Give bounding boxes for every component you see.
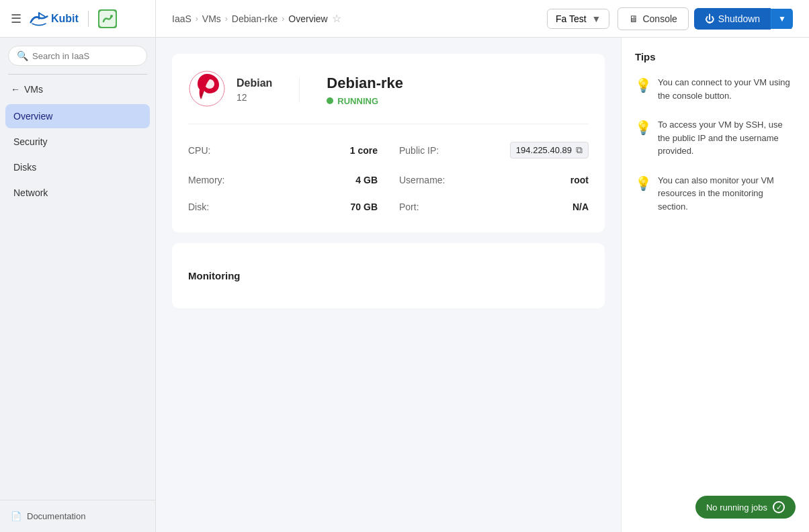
chevron-down-icon: ▼ [592, 13, 601, 24]
tip-text-2: You can also monitor your VM resources i… [658, 174, 796, 214]
logo-area: Kubit [30, 9, 117, 28]
topbar: IaaS › VMs › Debian-rke › Overview ☆ Fa … [156, 0, 809, 38]
sidebar-nav: Overview Security Disks Network [0, 101, 155, 209]
back-to-vms[interactable]: ← VMs [0, 77, 155, 101]
tips-panel: Tips 💡 You can connect to your VM using … [621, 38, 809, 532]
shutdown-button-group: ⏻ Shutdown ▼ [694, 8, 793, 30]
doc-icon: 📄 [11, 511, 22, 521]
search-box[interactable]: 🔍 [8, 46, 147, 66]
tip-lightbulb-icon-1: 💡 [635, 120, 651, 136]
shutdown-label: Shutdown [718, 13, 760, 24]
tip-lightbulb-icon-0: 💡 [635, 77, 651, 93]
shutdown-dropdown-button[interactable]: ▼ [771, 9, 793, 29]
search-icon: 🔍 [17, 50, 28, 61]
svg-point-1 [110, 15, 113, 17]
breadcrumb: IaaS › VMs › Debian-rke › Overview ☆ [172, 12, 341, 25]
copy-icon[interactable]: ⧉ [576, 144, 583, 156]
cpu-value: 1 core [350, 145, 378, 156]
vm-panel: Debian 12 Debian-rke RUNNING CPU: [156, 38, 621, 532]
sidebar-divider-top [8, 74, 147, 75]
username-value: root [570, 175, 589, 185]
console-label: Console [642, 13, 677, 24]
tip-lightbulb-icon-2: 💡 [635, 175, 651, 191]
disk-value: 70 GB [351, 202, 378, 212]
tip-text-0: You can connect to your VM using the con… [658, 76, 796, 102]
tip-item-1: 💡 To access your VM by SSH, use the publ… [635, 118, 796, 158]
vm-status: RUNNING [327, 96, 589, 106]
breadcrumb-debian-rke[interactable]: Debian-rke [232, 13, 278, 24]
breadcrumb-sep-3: › [282, 14, 284, 24]
sidebar-item-disks[interactable]: Disks [5, 155, 150, 179]
status-label: RUNNING [337, 96, 378, 106]
sidebar-item-label-disks: Disks [13, 162, 36, 173]
sidebar: ☰ Kubit [0, 0, 156, 532]
logo-divider [88, 11, 89, 27]
memory-label: Memory: [188, 175, 224, 185]
hamburger-icon[interactable]: ☰ [11, 11, 22, 26]
documentation-label: Documentation [27, 511, 85, 521]
public-ip-label: Public IP: [399, 145, 439, 156]
cpu-label: CPU: [188, 145, 210, 156]
shutdown-main-button[interactable]: ⏻ Shutdown [694, 8, 771, 30]
disk-label: Disk: [188, 202, 209, 212]
no-running-jobs-label: No running jobs [706, 502, 767, 513]
port-value: N/A [572, 202, 589, 212]
monitoring-card: Monitoring [172, 243, 605, 308]
check-icon: ✓ [773, 501, 785, 513]
breadcrumb-vms[interactable]: VMs [202, 13, 221, 24]
documentation-link[interactable]: 📄 Documentation [11, 511, 144, 521]
main-content: IaaS › VMs › Debian-rke › Overview ☆ Fa … [156, 0, 809, 532]
sidebar-item-network[interactable]: Network [5, 181, 150, 205]
vm-os-info: Debian 12 [237, 77, 300, 103]
ip-text: 194.225.40.89 [516, 145, 572, 155]
spec-cpu: CPU: 1 core [188, 138, 378, 163]
power-icon: ⏻ [705, 13, 714, 24]
breadcrumb-sep-2: › [225, 14, 228, 24]
spec-port: Port: N/A [399, 197, 589, 216]
sidebar-header: ☰ Kubit [0, 0, 155, 38]
sidebar-item-label-overview: Overview [13, 111, 52, 122]
back-arrow-icon: ← [11, 84, 20, 95]
sidebar-item-security[interactable]: Security [5, 130, 150, 154]
tips-title: Tips [635, 51, 796, 62]
spec-public-ip: Public IP: 194.225.40.89 ⧉ [399, 138, 589, 163]
vm-name: Debian-rke [327, 75, 589, 92]
secondary-logo [98, 9, 117, 28]
sidebar-item-overview[interactable]: Overview [5, 104, 150, 128]
vm-card: Debian 12 Debian-rke RUNNING CPU: [172, 54, 605, 232]
kubit-logo: Kubit [30, 9, 79, 28]
status-dot [327, 97, 333, 104]
debian-logo-svg [188, 70, 226, 107]
workspace-selector[interactable]: Fa Test ▼ [547, 9, 610, 29]
breadcrumb-iaas[interactable]: IaaS [172, 13, 191, 24]
favorite-star-icon[interactable]: ☆ [332, 12, 341, 25]
tip-item-0: 💡 You can connect to your VM using the c… [635, 76, 796, 102]
tip-text-1: To access your VM by SSH, use the public… [658, 118, 796, 158]
sidebar-item-label-network: Network [13, 187, 48, 198]
back-label: VMs [24, 84, 43, 95]
workspace-label: Fa Test [556, 13, 587, 24]
content-area: Debian 12 Debian-rke RUNNING CPU: [156, 38, 809, 532]
status-badge: No running jobs ✓ [695, 496, 796, 519]
breadcrumb-overview[interactable]: Overview [288, 13, 327, 24]
spec-disk: Disk: 70 GB [188, 197, 378, 216]
search-input[interactable] [32, 51, 138, 61]
public-ip-value: 194.225.40.89 ⧉ [510, 142, 589, 159]
search-area: 🔍 [0, 38, 155, 71]
topbar-right: Fa Test ▼ 🖥 Console ⏻ Shutdown ▼ [547, 7, 793, 30]
console-button[interactable]: 🖥 Console [618, 7, 688, 30]
tip-item-2: 💡 You can also monitor your VM resources… [635, 174, 796, 214]
username-label: Username: [399, 175, 445, 185]
port-label: Port: [399, 202, 419, 212]
kubit-logo-icon [30, 9, 48, 28]
action-buttons: 🖥 Console ⏻ Shutdown ▼ [618, 7, 793, 30]
breadcrumb-sep-1: › [196, 14, 198, 24]
kubit-logo-text: Kubit [51, 13, 79, 25]
vm-specs: CPU: 1 core Public IP: 194.225.40.89 ⧉ M… [188, 138, 589, 216]
memory-value: 4 GB [355, 175, 378, 185]
sidebar-footer: 📄 Documentation [0, 500, 155, 532]
monitoring-title: Monitoring [188, 259, 589, 292]
os-logo [188, 70, 226, 110]
os-name: Debian [237, 77, 272, 89]
spec-username: Username: root [399, 171, 589, 189]
